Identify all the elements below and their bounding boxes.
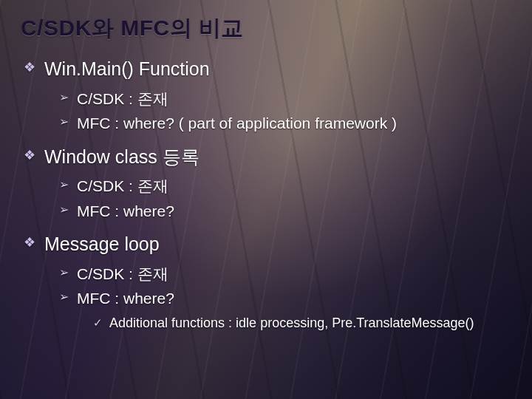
section-heading: Message loop: [44, 233, 160, 254]
section-heading: Win.Main() Function: [44, 58, 210, 79]
section-heading: Window class 등록: [44, 146, 200, 167]
list-item: MFC : where? Additional functions : idle…: [59, 287, 511, 332]
slide-content: C/SDK와 MFC의 비교 Win.Main() Function C/SDK…: [0, 0, 532, 358]
list-item-text: Additional functions : idle processing, …: [109, 316, 474, 330]
bullet-list-level2: C/SDK : 존재 MFC : where? ( part of applic…: [44, 88, 511, 134]
slide-title: C/SDK와 MFC의 비교: [21, 13, 511, 44]
list-item-text: MFC : where?: [77, 202, 174, 219]
list-item: C/SDK : 존재: [59, 263, 511, 284]
list-item: C/SDK : 존재: [59, 88, 511, 109]
list-item: Additional functions : idle processing, …: [93, 314, 511, 332]
section-message-loop: Message loop C/SDK : 존재 MFC : where? Add…: [24, 232, 511, 332]
list-item-text: C/SDK : 존재: [77, 177, 168, 194]
list-item-text: MFC : where?: [77, 290, 174, 307]
slide: C/SDK와 MFC의 비교 Win.Main() Function C/SDK…: [0, 0, 532, 399]
list-item: C/SDK : 존재: [59, 175, 511, 197]
bullet-list-level3: Additional functions : idle processing, …: [77, 314, 511, 332]
bullet-list-level1: Win.Main() Function C/SDK : 존재 MFC : whe…: [21, 57, 511, 332]
bullet-list-level2: C/SDK : 존재 MFC : where?: [44, 175, 511, 222]
list-item-text: C/SDK : 존재: [77, 90, 168, 107]
list-item-text: C/SDK : 존재: [77, 265, 168, 282]
section-winmain: Win.Main() Function C/SDK : 존재 MFC : whe…: [24, 57, 511, 134]
list-item: MFC : where? ( part of application frame…: [59, 112, 511, 134]
bullet-list-level2: C/SDK : 존재 MFC : where? Additional funct…: [44, 263, 511, 332]
list-item-text: MFC : where? ( part of application frame…: [77, 115, 397, 132]
list-item: MFC : where?: [59, 200, 511, 222]
section-window-class: Window class 등록 C/SDK : 존재 MFC : where?: [24, 145, 511, 222]
